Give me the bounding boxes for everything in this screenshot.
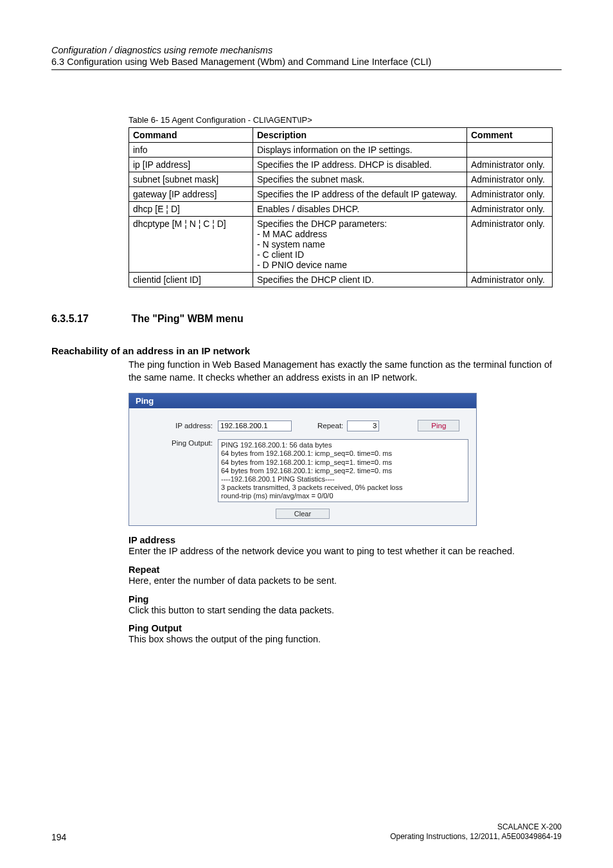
header-section: 6.3 Configuration using Web Based Manage… (51, 57, 562, 67)
cell-comment: Administrator only. (467, 187, 553, 202)
table-row: ip [IP address]Specifies the IP address.… (129, 158, 553, 172)
ip-address-label: IP address: (136, 422, 218, 429)
cell-comment: Administrator only. (467, 217, 553, 273)
param-text: Here, enter the number of data packets t… (129, 575, 562, 588)
param-text: This box shows the output of the ping fu… (129, 633, 562, 646)
table-row: clientid [client ID]Specifies the DHCP c… (129, 273, 553, 287)
param-text: Enter the IP address of the network devi… (129, 545, 562, 558)
table-row: infoDisplays information on the IP setti… (129, 143, 553, 158)
ping-output: PING 192.168.200.1: 56 data bytes 64 byt… (218, 439, 468, 502)
cell-command: dhcptype [M ¦ N ¦ C ¦ D] (129, 217, 253, 273)
table-row: dhcptype [M ¦ N ¦ C ¦ D]Specifies the DH… (129, 217, 553, 273)
cell-description: Specifies the IP address. DHCP is disabl… (253, 158, 467, 172)
cell-description: Specifies the DHCP client ID. (253, 273, 467, 287)
th-description: Description (253, 128, 467, 143)
param-text: Click this button to start sending the d… (129, 604, 562, 617)
repeat-input[interactable] (347, 420, 379, 431)
reachability-text: The ping function in Web Based Managemen… (129, 359, 562, 384)
table-row: subnet [subnet mask]Specifies the subnet… (129, 172, 553, 187)
clear-button[interactable]: Clear (276, 509, 330, 519)
cell-description: Specifies the DHCP parameters: - M MAC a… (253, 217, 467, 273)
cell-command: clientid [client ID] (129, 273, 253, 287)
th-comment: Comment (467, 128, 553, 143)
cell-command: ip [IP address] (129, 158, 253, 172)
cell-comment: Administrator only. (467, 273, 553, 287)
table-row: gateway [IP address]Specifies the IP add… (129, 187, 553, 202)
reachability-heading: Reachability of an address in an IP netw… (51, 345, 562, 356)
cell-command: dhcp [E ¦ D] (129, 202, 253, 217)
cell-command: gateway [IP address] (129, 187, 253, 202)
param-title: IP address (129, 535, 562, 545)
cell-description: Specifies the IP address of the default … (253, 187, 467, 202)
cell-description: Enables / disables DHCP. (253, 202, 467, 217)
cell-comment: Administrator only. (467, 202, 553, 217)
cell-command: subnet [subnet mask] (129, 172, 253, 187)
param-title: Repeat (129, 565, 562, 575)
cell-command: info (129, 143, 253, 158)
cell-comment: Administrator only. (467, 158, 553, 172)
param-title: Ping Output (129, 623, 562, 633)
header-rule (51, 69, 562, 70)
table-row: dhcp [E ¦ D]Enables / disables DHCP.Admi… (129, 202, 553, 217)
ping-button[interactable]: Ping (418, 420, 459, 431)
repeat-label: Repeat: (317, 422, 343, 429)
cell-comment (467, 143, 553, 158)
wbm-title: Ping (129, 393, 476, 408)
cli-table: Command Description Comment infoDisplays… (129, 127, 553, 287)
cell-description: Specifies the subnet mask. (253, 172, 467, 187)
param-title: Ping (129, 594, 562, 604)
section-title: The "Ping" WBM menu (131, 313, 243, 325)
section-number: 6.3.5.17 (51, 313, 129, 325)
header-chapter: Configuration / diagnostics using remote… (51, 45, 562, 55)
wbm-ping-panel: Ping IP address: Repeat: Ping Ping Outpu… (129, 393, 477, 526)
ip-address-input[interactable] (218, 420, 292, 431)
footer-docinfo: Operating Instructions, 12/2011, A5E0034… (390, 832, 562, 842)
cell-comment: Administrator only. (467, 172, 553, 187)
cell-description: Displays information on the IP settings. (253, 143, 467, 158)
table-caption: Table 6- 15 Agent Configuration - CLI\AG… (129, 115, 562, 125)
footer-product: SCALANCE X-200 (390, 822, 562, 833)
ping-output-label: Ping Output: (136, 439, 218, 447)
th-command: Command (129, 128, 253, 143)
page-number: 194 (51, 832, 66, 842)
